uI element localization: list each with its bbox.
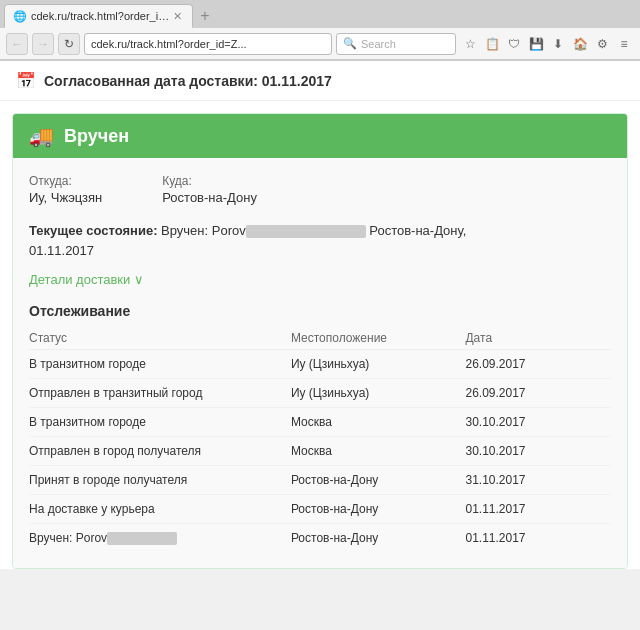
cell-location: Ростов-на-Дону <box>291 524 466 553</box>
menu-icon[interactable]: ≡ <box>614 34 634 54</box>
cell-date: 30.10.2017 <box>465 437 611 466</box>
col-header-date: Дата <box>465 327 611 350</box>
table-row: В транзитном городе Иу (Цзиньхуа) 26.09.… <box>29 350 611 379</box>
details-delivery-link[interactable]: Детали доставки ∨ <box>29 272 144 287</box>
status-body: Откуда: Иу, Чжэцзян Куда: Ростов-на-Дону… <box>13 158 627 568</box>
cell-status: На доставке у курьера <box>29 495 291 524</box>
table-row: Отправлен в город получателя Москва 30.1… <box>29 437 611 466</box>
cell-location: Иу (Цзиньхуа) <box>291 379 466 408</box>
table-row: На доставке у курьера Ростов-на-Дону 01.… <box>29 495 611 524</box>
nav-icons: ☆ 📋 🛡 💾 ⬇ 🏠 ⚙ ≡ <box>460 34 634 54</box>
table-row: Принят в городе получателя Ростов-на-Дон… <box>29 466 611 495</box>
delivery-date-bar: 📅 Согласованная дата доставки: 01.11.201… <box>0 61 640 101</box>
cell-date: 31.10.2017 <box>465 466 611 495</box>
from-value: Иу, Чжэцзян <box>29 190 102 205</box>
active-tab[interactable]: 🌐 cdek.ru/track.html?order_id=Z... ✕ <box>4 4 193 28</box>
browser-chrome: 🌐 cdek.ru/track.html?order_id=Z... ✕ + ←… <box>0 0 640 61</box>
current-state: Текущее состояние: Вручен: Porov Ростов-… <box>29 221 611 260</box>
status-header: 🚚 Вручен <box>13 114 627 158</box>
tracking-title: Отслеживание <box>29 303 611 319</box>
table-row: Вручен: Porov Ростов-на-Дону 01.11.2017 <box>29 524 611 553</box>
col-header-status: Статус <box>29 327 291 350</box>
star-icon[interactable]: ☆ <box>460 34 480 54</box>
save-icon[interactable]: 💾 <box>526 34 546 54</box>
to-value: Ростов-на-Дону <box>162 190 257 205</box>
search-bar[interactable]: 🔍 Search <box>336 33 456 55</box>
tab-title: cdek.ru/track.html?order_id=Z... <box>31 10 171 22</box>
cell-location: Москва <box>291 437 466 466</box>
navigation-bar: ← → ↻ cdek.ru/track.html?order_id=Z... 🔍… <box>0 28 640 60</box>
blurred-name <box>246 225 366 238</box>
to-item: Куда: Ростов-на-Дону <box>162 174 257 205</box>
status-card: 🚚 Вручен Откуда: Иу, Чжэцзян Куда: Росто… <box>12 113 628 569</box>
cell-status: Отправлен в город получателя <box>29 437 291 466</box>
cell-location: Иу (Цзиньхуа) <box>291 350 466 379</box>
calendar-icon: 📅 <box>16 71 36 90</box>
home-icon[interactable]: 🏠 <box>570 34 590 54</box>
bookmark-icon[interactable]: 📋 <box>482 34 502 54</box>
to-label: Куда: <box>162 174 257 188</box>
tab-close-button[interactable]: ✕ <box>171 10 184 23</box>
address-text: cdek.ru/track.html?order_id=Z... <box>91 38 325 50</box>
from-to-row: Откуда: Иу, Чжэцзян Куда: Ростов-на-Дону <box>29 174 611 205</box>
from-item: Откуда: Иу, Чжэцзян <box>29 174 102 205</box>
cell-location: Ростов-на-Дону <box>291 495 466 524</box>
cell-location: Ростов-на-Дону <box>291 466 466 495</box>
settings-icon[interactable]: ⚙ <box>592 34 612 54</box>
cell-status: Принят в городе получателя <box>29 466 291 495</box>
cell-status: В транзитном городе <box>29 408 291 437</box>
cell-date: 26.09.2017 <box>465 379 611 408</box>
page-content: 📅 Согласованная дата доставки: 01.11.201… <box>0 61 640 569</box>
cell-date: 01.11.2017 <box>465 495 611 524</box>
tab-bar: 🌐 cdek.ru/track.html?order_id=Z... ✕ + <box>0 0 640 28</box>
shield-icon[interactable]: 🛡 <box>504 34 524 54</box>
truck-icon: 🚚 <box>29 124 54 148</box>
cell-date: 30.10.2017 <box>465 408 611 437</box>
tab-favicon: 🌐 <box>13 10 27 23</box>
forward-button[interactable]: → <box>32 33 54 55</box>
tracking-table: Статус Местоположение Дата В транзитном … <box>29 327 611 552</box>
from-label: Откуда: <box>29 174 102 188</box>
current-state-label: Текущее состояние: <box>29 223 157 238</box>
status-title: Вручен <box>64 126 129 147</box>
cell-status: Отправлен в транзитный город <box>29 379 291 408</box>
tracking-section: Отслеживание Статус Местоположение Дата … <box>29 303 611 552</box>
download-icon[interactable]: ⬇ <box>548 34 568 54</box>
search-icon: 🔍 <box>343 37 357 50</box>
cell-location: Москва <box>291 408 466 437</box>
cell-status: Вручен: Porov <box>29 524 291 553</box>
new-tab-button[interactable]: + <box>195 6 215 26</box>
cell-status: В транзитном городе <box>29 350 291 379</box>
table-row: Отправлен в транзитный город Иу (Цзиньху… <box>29 379 611 408</box>
address-bar[interactable]: cdek.ru/track.html?order_id=Z... <box>84 33 332 55</box>
delivery-date-text: Согласованная дата доставки: 01.11.2017 <box>44 73 332 89</box>
col-header-location: Местоположение <box>291 327 466 350</box>
search-placeholder: Search <box>361 38 396 50</box>
cell-date: 26.09.2017 <box>465 350 611 379</box>
refresh-button[interactable]: ↻ <box>58 33 80 55</box>
table-row: В транзитном городе Москва 30.10.2017 <box>29 408 611 437</box>
back-button[interactable]: ← <box>6 33 28 55</box>
cell-date: 01.11.2017 <box>465 524 611 553</box>
